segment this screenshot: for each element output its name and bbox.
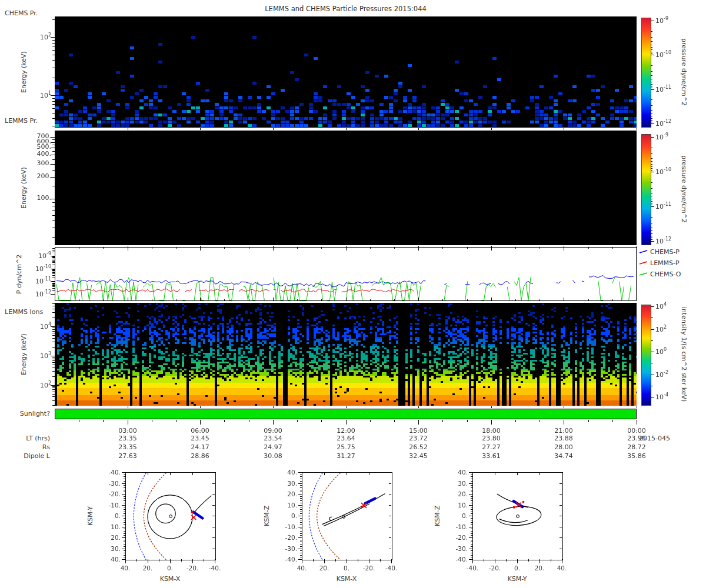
panel-bottom-tick [128, 406, 128, 408]
ephemeris-value: 24.97 [255, 443, 291, 451]
orbit-y-tick-label: 0. [277, 512, 297, 519]
orbit-x-tick-label: -40. [204, 564, 225, 572]
time-major-tick [346, 420, 347, 425]
orbit-y-tick-label: -20. [448, 534, 468, 541]
legend-item-lemms-p: LEMMS-P [639, 259, 680, 267]
y-axis-tick-label: 102 [25, 380, 51, 389]
ephemeris-value: 34.74 [546, 452, 581, 460]
time-minor-tick [370, 420, 371, 422]
sunlight-bar [55, 409, 637, 419]
orbit-x-tick-label: -40. [462, 564, 483, 572]
magnetopause-curve [317, 473, 341, 560]
colorbar-tick-label: 10-11 [655, 85, 681, 93]
orbit-y-tick-label: 0. [101, 512, 121, 519]
orbit-plot-xy-canvas [126, 473, 215, 560]
y-axis-tick-label: 101 [25, 91, 51, 99]
orbit-y-tick-label: 20. [101, 534, 121, 541]
y-axis-tick-label: 104 [25, 322, 51, 330]
orbit-x-tick-label: -20. [484, 564, 505, 572]
legend-line-chems-p [639, 249, 648, 255]
panel-bottom-tick [564, 406, 564, 408]
ephemeris-value: 27.63 [110, 452, 145, 460]
y-axis-tick-label: 10-11 [25, 276, 51, 285]
orbit-plot-yz [472, 472, 563, 560]
panel-bottom-tick [491, 128, 492, 130]
figure: LEMMS and CHEMS Particle Pressures 2015:… [0, 0, 706, 588]
panel-bottom-tick [200, 406, 201, 408]
y-axis-tick-label: 700. [25, 132, 51, 140]
orbit-y-tick-label: 20. [277, 490, 297, 497]
time-minor-tick [515, 420, 516, 422]
orbit-y-tick-label: -40. [448, 556, 468, 563]
colorbar-tick-label: 10-11 [655, 202, 681, 211]
orbit-y-tick-label: -30. [101, 480, 121, 487]
orbit-plot-yz-canvas [473, 473, 562, 560]
y-axis-major-tick [51, 294, 55, 295]
orbit-y-tick-label: -10. [448, 523, 468, 530]
y-axis-major-tick [51, 95, 55, 96]
orbit-xz-xlabel: KSM-X [302, 575, 391, 583]
panel-bottom-tick [491, 406, 492, 408]
page-title: LEMMS and CHEMS Particle Pressures 2015:… [55, 5, 637, 13]
sunlight-label: Sunlight? [5, 410, 50, 417]
y-axis-major-tick [51, 256, 55, 256]
time-minor-tick [540, 420, 540, 422]
colorbar-unit-label-3: intensity 1/(s cm^2 ster keV) [680, 305, 688, 405]
panel-bottom-tick [637, 128, 637, 130]
ephemeris-value: 23.35 [110, 443, 145, 451]
y-axis-major-tick [51, 326, 55, 327]
colorbar-tick-label: 10-2 [655, 370, 681, 379]
ephemeris-value: 24.17 [182, 443, 218, 451]
y-axis-tick-label: 400. [25, 150, 51, 158]
orbit-y-tick-label: -40. [277, 556, 297, 563]
y-axis-major-tick [51, 269, 55, 269]
panel-bottom-tick [418, 128, 419, 130]
ylabel-energy-ions: Energy (keV) [20, 303, 28, 406]
orbit-outer-loop [148, 495, 192, 539]
orbit-x-tick-label: 40. [115, 564, 136, 572]
panel-bottom-tick [418, 406, 419, 408]
colorbar-pressure-1 [641, 18, 651, 128]
panel-bottom-tick [637, 246, 637, 248]
orbit-x-tick-label: 40. [551, 564, 572, 572]
orbit-y-tick-label: -30. [448, 545, 468, 552]
panel-bottom-tick [273, 128, 274, 130]
orbit-xy-xlabel: KSM-X [125, 575, 215, 583]
time-tick-label: 00:00 [621, 427, 652, 435]
ephemeris-value: 23.54 [255, 435, 291, 442]
ephemeris-value: 35.86 [619, 452, 654, 460]
orbit-plot-xz [302, 472, 392, 560]
colorbar-tick-label: 10-10 [655, 167, 681, 176]
y-axis-major-tick [51, 137, 55, 138]
ephemeris-value: 23.64 [328, 435, 364, 442]
legend-label-chems-o: CHEMS-O [650, 270, 681, 278]
time-major-tick [273, 420, 274, 425]
time-minor-tick [467, 420, 468, 422]
orbit-y-tick-label: 10. [277, 502, 297, 509]
y-axis-tick-label: 100. [25, 194, 51, 202]
time-tick-label: 15:00 [403, 427, 434, 435]
y-axis-major-tick [51, 385, 55, 386]
time-major-tick [564, 420, 564, 425]
time-minor-tick [612, 420, 613, 422]
saturn-marker [169, 515, 172, 518]
bow-shock-curve [134, 473, 146, 560]
colorbar-tick-label: 100 [655, 347, 681, 356]
colorbar-tick-label: 10-9 [655, 132, 681, 141]
chems-pressure-spectrogram [55, 16, 637, 128]
orbit-xz-ylabel: KSM-Z [263, 472, 271, 559]
y-axis-tick-label: 200. [25, 172, 51, 180]
legend-item-chems-o: CHEMS-O [639, 270, 681, 278]
orbit-x-tick-label: 0. [507, 564, 528, 572]
time-minor-tick [103, 420, 104, 422]
panel-bottom-tick [637, 406, 637, 408]
ephemeris-value: 23.35 [110, 435, 145, 442]
ephemeris-value: 33.61 [474, 452, 509, 460]
y-axis-tick-label: 300. [25, 159, 51, 167]
ephemeris-value: 23.80 [474, 435, 509, 442]
row-label-dipole-l: Dipole L [6, 452, 50, 460]
orbit-y-tick-label: 10. [448, 502, 468, 509]
time-minor-tick [224, 420, 225, 422]
orbit-inner-arc [499, 519, 528, 523]
panel-bottom-tick [346, 406, 347, 408]
